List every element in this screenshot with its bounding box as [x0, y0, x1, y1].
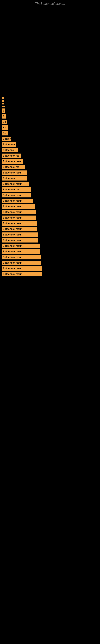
- list-item: Bottleneck result: [1, 272, 100, 276]
- list-item: Bottleneck result: [1, 232, 100, 237]
- result-bar: Bottleneck result: [1, 210, 36, 214]
- result-bar: Bottleneck result: [1, 255, 41, 260]
- result-bar: Bo: [1, 120, 7, 124]
- result-bar: Bottleneck result: [1, 238, 38, 242]
- list-item: Bo: [1, 120, 100, 124]
- result-bar: Bottleneck result: [1, 204, 35, 209]
- result-bar: B: [1, 114, 6, 118]
- site-title: TheBottlenecker.com: [0, 0, 100, 7]
- list-item: Bottleneck result: [1, 266, 100, 271]
- result-bar: s: [1, 108, 5, 113]
- result-bar: Bottleneck result: [1, 266, 42, 271]
- list-item: Bottleneck result: [1, 244, 100, 248]
- result-bar: Bottlene: [1, 137, 11, 141]
- result-bar: Bottleneck result: [1, 249, 40, 254]
- list-item: B: [1, 114, 100, 118]
- chart-area: [4, 9, 96, 93]
- list-item: Bottleneck res: [1, 165, 100, 169]
- result-bar: [1, 106, 5, 107]
- result-bar: Bottleneck result: [1, 272, 42, 276]
- list-item: Bottleneck res: [1, 187, 100, 192]
- result-bar: [1, 100, 4, 102]
- result-bar: Bottleneck result: [1, 227, 37, 231]
- list-item: Bo: [1, 126, 100, 130]
- list-item: Bottleneck result: [1, 159, 100, 164]
- result-bar: Bottlenec: [1, 148, 18, 152]
- result-bar: Bottleneck result: [1, 159, 23, 164]
- results-container: sBBoBoBoBottleneBottleneck reBottlenecBo…: [0, 97, 100, 282]
- list-item: Bottleneck result: [1, 227, 100, 231]
- result-bar: Bottleneck result: [1, 182, 29, 186]
- list-item: Bottleneck resu: [1, 170, 100, 175]
- result-bar: Bo: [1, 131, 8, 136]
- result-bar: Bottleneck res: [1, 154, 21, 158]
- result-bar: Bottleneck result: [1, 193, 31, 198]
- list-item: Bottleneck result: [1, 204, 100, 209]
- list-item: Bottleneck res: [1, 154, 100, 158]
- list-item: Bottlenec: [1, 148, 100, 152]
- list-item: Bottleneck r: [1, 176, 100, 180]
- list-item: [1, 97, 100, 99]
- result-bar: Bottleneck result: [1, 216, 36, 220]
- list-item: Bottleneck result: [1, 221, 100, 226]
- list-item: Bottleneck result: [1, 182, 100, 186]
- list-item: Bottleneck result: [1, 210, 100, 214]
- list-item: Bottleneck result: [1, 199, 100, 203]
- result-bar: Bottleneck re: [1, 142, 16, 147]
- result-bar: [1, 103, 4, 104]
- list-item: Bottleneck result: [1, 193, 100, 198]
- list-item: Bottleneck result: [1, 216, 100, 220]
- result-bar: Bottleneck resu: [1, 170, 27, 175]
- site-title-container: TheBottlenecker.com: [0, 0, 100, 7]
- list-item: s: [1, 108, 100, 113]
- result-bar: Bo: [1, 126, 8, 130]
- list-item: Bottleneck result: [1, 260, 100, 265]
- result-bar: [1, 97, 4, 99]
- result-bar: Bottleneck res: [1, 187, 31, 192]
- list-item: [1, 100, 100, 102]
- result-bar: Bottleneck r: [1, 176, 27, 180]
- list-item: [1, 106, 100, 107]
- list-item: Bottleneck result: [1, 238, 100, 242]
- result-bar: Bottleneck result: [1, 199, 33, 203]
- result-bar: Bottleneck result: [1, 232, 38, 237]
- list-item: [1, 103, 100, 104]
- list-item: Bottleneck re: [1, 142, 100, 147]
- list-item: Bottleneck result: [1, 255, 100, 260]
- result-bar: Bottleneck result: [1, 244, 40, 248]
- list-item: Bo: [1, 131, 100, 136]
- result-bar: Bottleneck res: [1, 165, 25, 169]
- result-bar: Bottleneck result: [1, 260, 41, 265]
- list-item: Bottlene: [1, 137, 100, 141]
- list-item: Bottleneck result: [1, 249, 100, 254]
- result-bar: Bottleneck result: [1, 221, 37, 226]
